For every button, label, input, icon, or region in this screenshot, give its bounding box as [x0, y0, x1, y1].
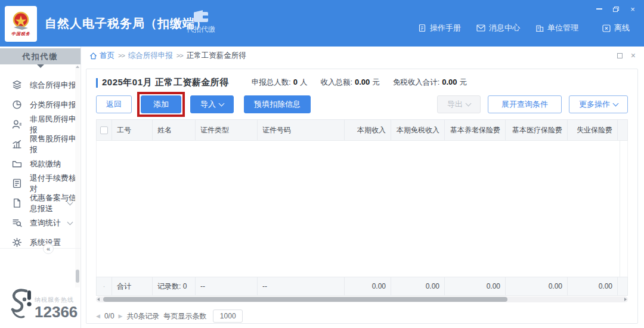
close-button[interactable]: × — [628, 5, 637, 13]
breadcrumb-separator: >> — [177, 52, 183, 59]
table-body-empty — [96, 141, 628, 277]
sidebar-item-preferential-filing[interactable]: 优惠备案与信息报送 — [0, 193, 80, 213]
stat-value: 0.00 — [355, 78, 370, 86]
wallet-icon — [193, 10, 209, 23]
scroll-left-icon[interactable] — [97, 298, 100, 301]
column-header: 证件号码 — [258, 120, 345, 140]
sidebar-item-comprehensive-income[interactable]: 综合所得申报 — [0, 75, 80, 95]
panel-restore-icon[interactable] — [617, 53, 623, 58]
summary-dot: · — [97, 277, 112, 295]
hotline-block: 纳税服务热线 12366 — [8, 287, 78, 320]
sidebar-item-label: 限售股所得申报 — [30, 134, 80, 155]
export-button: 导出 — [437, 95, 481, 113]
layers-icon — [12, 80, 22, 90]
minimize-button[interactable] — [595, 5, 603, 13]
offline-link[interactable]: 离线 — [602, 23, 630, 33]
scrollbar-gutter — [618, 277, 627, 295]
sidebar-item-label: 综合所得申报 — [30, 80, 76, 91]
sidebar-header-label: 代扣代缴 — [23, 51, 58, 62]
stat-value: 0.00 — [442, 78, 457, 86]
horizontal-scroll-thumb[interactable] — [103, 297, 507, 302]
sidebar-item-tax-payment[interactable]: 税款缴纳 — [0, 154, 80, 174]
app-window: 中国税务 自然人电子税务局（扣缴端） 代扣代缴 操作手册 消息中 — [0, 0, 644, 328]
tab-withholding[interactable]: 代扣代缴 — [182, 10, 220, 35]
employee-table: 工号 姓名 证件类型 证件号码 本期收入 本期免税收入 基本养老保险费 基本医疗… — [96, 119, 628, 302]
column-header: 姓名 — [153, 120, 196, 140]
message-center-label: 消息中心 — [489, 23, 520, 33]
scrollbar-gutter — [618, 120, 627, 140]
restore-button[interactable] — [612, 5, 620, 13]
app-titlebar: 中国税务 自然人电子税务局（扣缴端） 代扣代缴 操作手册 消息中 — [0, 0, 644, 47]
sidebar-item-system-settings[interactable]: 系统设置 — [0, 233, 80, 252]
more-actions-button[interactable]: 更多操作 — [569, 95, 628, 113]
sidebar-item-nonresident-income[interactable]: 非居民所得申报 — [0, 115, 80, 134]
manual-label: 操作手册 — [430, 23, 461, 33]
summary-income: 0.00 — [345, 277, 391, 295]
sidebar-header: 代扣代缴 — [0, 48, 80, 64]
sidebar-item-label: 分类所得申报 — [30, 100, 76, 110]
breadcrumb-home[interactable]: 首页 — [89, 51, 114, 61]
column-header: 基本医疗保险费 — [506, 120, 568, 140]
sidebar-scrollbar[interactable] — [75, 66, 80, 287]
stat-unit: 人 — [300, 78, 308, 88]
horizontal-scrollbar[interactable] — [96, 296, 628, 302]
chevron-down-icon — [613, 100, 619, 106]
add-button[interactable]: 添加 — [141, 95, 181, 113]
expand-query-button[interactable]: 展开查询条件 — [488, 95, 562, 113]
stat-unit: 元 — [372, 78, 380, 88]
home-icon — [89, 52, 97, 60]
stat-unit: 元 — [460, 78, 467, 88]
sidebar-scroll-thumb[interactable] — [76, 270, 79, 283]
scroll-up-icon — [76, 66, 79, 68]
back-button[interactable]: 返回 — [96, 95, 132, 113]
summary-records: 记录数: 0 — [153, 277, 196, 295]
per-page-input[interactable] — [213, 310, 243, 323]
sidebar-item-query-statistics[interactable]: 查询统计 — [0, 213, 80, 233]
sidebar-item-refund-fee-check[interactable]: 退付手续费核对 — [0, 174, 80, 193]
sidebar-item-restricted-shares[interactable]: 限售股所得申报 — [0, 134, 80, 154]
sidebar: 代扣代缴 综合所得申报 分类所得申报 — [0, 47, 81, 328]
national-emblem-icon — [11, 11, 31, 31]
stat-label: 申报总人数: — [252, 78, 291, 88]
select-all-checkbox[interactable] — [100, 126, 108, 134]
chevron-down-icon — [67, 219, 73, 225]
column-header: 本期收入 — [345, 120, 391, 140]
next-page-icon[interactable]: ▶ — [119, 313, 123, 319]
stat-income: 收入总额: 0.00 元 — [320, 78, 379, 88]
search-list-icon — [12, 218, 22, 228]
toolbar-right: 导出 展开查询条件 更多操作 — [437, 95, 628, 113]
table-header-row: 工号 姓名 证件类型 证件号码 本期收入 本期免税收入 基本养老保险费 基本医疗… — [96, 119, 628, 141]
manual-link[interactable]: 操作手册 — [418, 23, 461, 33]
tax-bureau-logo: 中国税务 — [5, 6, 37, 42]
import-label: 导入 — [200, 99, 216, 110]
breadcrumb-home-label: 首页 — [100, 51, 114, 61]
table-summary-row: · 合计 记录数: 0 -- -- 0.00 0.00 0.00 0.00 0.… — [96, 277, 628, 296]
summary-pension: 0.00 — [445, 277, 506, 295]
chevron-down-icon — [466, 100, 472, 106]
offline-box-icon — [602, 24, 611, 32]
add-button-highlight-box: 添加 — [137, 92, 185, 117]
sidebar-item-classified-income[interactable]: 分类所得申报 — [0, 95, 80, 115]
export-label: 导出 — [447, 99, 463, 110]
tab-label: 代扣代缴 — [182, 24, 220, 35]
column-header: 本期免税收入 — [391, 120, 445, 140]
pagination: ◀ 0/0 ▶ 共0条记录 每页显示条数 — [96, 310, 628, 323]
sidebar-menu: 综合所得申报 分类所得申报 非居民所得申报 — [0, 64, 80, 252]
breadcrumb: 首页 >> 综合所得申报 >> 正常工资薪金所得 × — [81, 47, 644, 64]
building-icon — [535, 24, 544, 32]
gear-icon — [12, 237, 22, 247]
prefill-deduction-button[interactable]: 预填扣除信息 — [244, 95, 311, 113]
summary-unemployment: 0.00 — [568, 277, 618, 295]
select-all-cell — [97, 120, 112, 140]
prev-page-icon[interactable]: ◀ — [96, 313, 100, 319]
sidebar-item-label: 退付手续费核对 — [30, 173, 80, 194]
sidebar-collapse-button[interactable]: « — [43, 243, 54, 254]
org-management-link[interactable]: 单位管理 — [535, 23, 578, 33]
panel-close-icon[interactable]: × — [631, 51, 636, 60]
panel-controls: × — [617, 51, 636, 60]
import-button[interactable]: 导入 — [190, 95, 234, 113]
summary-stats: 申报总人数: 0 人 收入总额: 0.00 元 免税收入合计: 0.00 — [252, 78, 467, 88]
breadcrumb-level2[interactable]: 综合所得申报 — [128, 51, 173, 61]
message-center-link[interactable]: 消息中心 — [476, 23, 520, 33]
scroll-right-icon[interactable] — [624, 298, 627, 301]
